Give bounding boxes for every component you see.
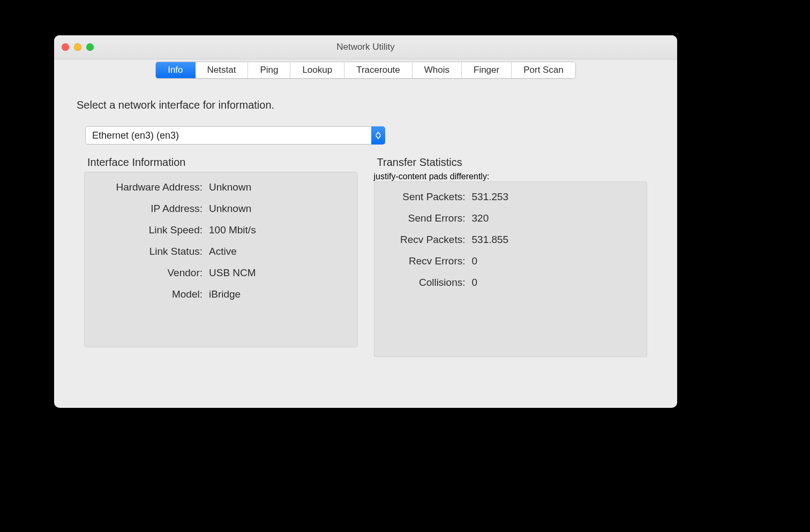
transfer-stats-panel: Sent Packets: 531.253 Send Errors: 320 R… [374,181,648,357]
tabs: Info Netstat Ping Lookup Traceroute Whoi… [155,62,576,79]
label: Vendor: [95,268,202,278]
value: 100 Mbit/s [209,225,347,235]
value: 320 [472,213,636,223]
label: Collisions: [385,277,466,287]
row-sent-packets: Sent Packets: 531.253 [385,192,636,202]
label: Link Speed: [95,225,202,235]
label: Send Errors: [385,213,466,223]
interface-info-title: Interface Information [87,156,358,169]
instruction-text: Select a network interface for informati… [77,99,655,111]
tab-traceroute[interactable]: Traceroute [344,62,412,78]
value: 531.253 [472,192,636,202]
label: Recv Errors: [385,256,466,266]
content-area: Select a network interface for informati… [54,79,677,357]
tab-lookup[interactable]: Lookup [290,62,344,78]
tab-portscan[interactable]: Port Scan [512,62,575,78]
label: Model: [95,289,202,299]
tab-whois[interactable]: Whois [412,62,462,78]
row-vendor: Vendor: USB NCM [95,268,347,278]
row-recv-errors: Recv Errors: 0 [385,256,636,266]
label: Hardware Address: [95,182,202,192]
row-link-status: Link Status: Active [95,246,347,256]
row-hardware-address: Hardware Address: Unknown [95,182,347,192]
value: Unknown [209,182,347,192]
row-ip-address: IP Address: Unknown [95,203,347,214]
value: 0 [472,256,636,266]
titlebar: Network Utility [54,35,677,59]
label: IP Address: [95,203,202,214]
window-title: Network Utility [54,42,677,52]
value: iBridge [209,289,347,299]
value: 531.855 [472,234,636,245]
window-controls [62,43,94,51]
tab-ping[interactable]: Ping [248,62,290,78]
row-recv-packets: Recv Packets: 531.855 [385,234,636,245]
interface-info-section: Interface Information Hardware Address: … [84,156,358,357]
label: Sent Packets: [385,192,466,202]
value: Active [209,246,347,256]
value: 0 [472,277,636,287]
minimize-button[interactable] [74,43,81,51]
interface-info-panel: Hardware Address: Unknown IP Address: Un… [84,172,358,347]
panels: Interface Information Hardware Address: … [77,156,655,357]
row-collisions: Collisions: 0 [385,277,636,287]
transfer-stats-section: Transfer Statistics justify-content pads… [374,156,648,357]
zoom-button[interactable] [86,43,94,51]
value: USB NCM [209,268,347,278]
tab-info[interactable]: Info [156,62,195,78]
label: Link Status: [95,246,202,256]
select-stepper-icon [371,126,385,145]
row-link-speed: Link Speed: 100 Mbit/s [95,225,347,235]
interface-select-value: Ethernet (en3) (en3) [85,126,385,145]
tab-row: Info Netstat Ping Lookup Traceroute Whoi… [54,62,677,79]
value: Unknown [209,203,347,214]
close-button[interactable] [62,43,69,51]
row-send-errors: Send Errors: 320 [385,213,636,223]
tab-netstat[interactable]: Netstat [196,62,249,78]
label: Recv Packets: [385,234,466,245]
row-model: Model: iBridge [95,289,347,299]
interface-select[interactable]: Ethernet (en3) (en3) [85,126,385,145]
transfer-stats-title: Transfer Statistics [377,156,648,169]
tab-finger[interactable]: Finger [462,62,512,78]
app-window: Network Utility Info Netstat Ping Lookup… [54,35,677,408]
